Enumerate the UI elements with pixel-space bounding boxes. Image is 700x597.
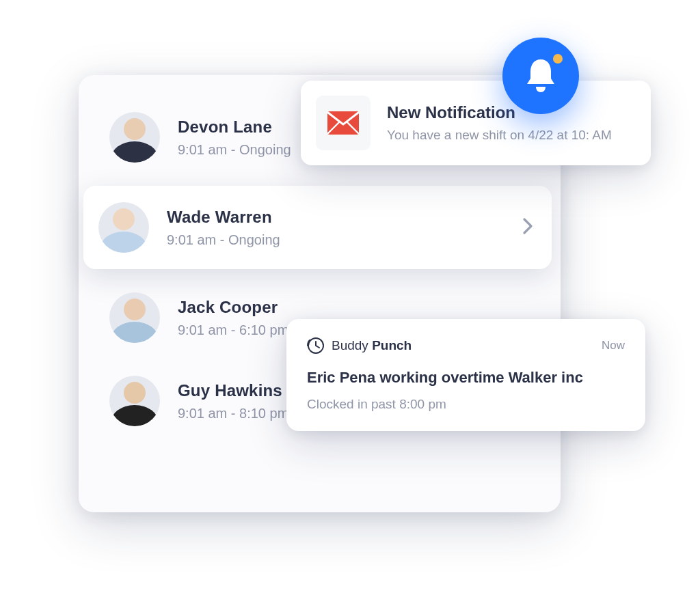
- push-title: Eric Pena working overtime Walker inc: [307, 367, 625, 389]
- bell-icon: [524, 57, 558, 95]
- employee-time: 9:01 am - 8:10 pm: [178, 406, 288, 421]
- notification-toast[interactable]: New Notification You have a new shift on…: [301, 81, 651, 165]
- notification-dot-icon: [553, 54, 563, 64]
- employee-time: 9:01 am - Ongoing: [167, 232, 280, 248]
- employee-time: 9:01 am - 6:10 pm: [178, 322, 288, 338]
- employee-name: Wade Warren: [167, 208, 280, 227]
- push-app-name-part-a: Buddy: [332, 338, 372, 352]
- notification-bell-button[interactable]: [502, 38, 579, 114]
- push-app-name-part-b: Punch: [372, 338, 412, 352]
- employee-name: Guy Hawkins: [178, 381, 288, 400]
- toast-body: You have a new shift on 4/22 at 10: AM: [387, 128, 612, 143]
- mail-icon: [316, 96, 371, 150]
- push-notification-card[interactable]: Buddy Punch Now Eric Pena working overti…: [286, 319, 645, 431]
- avatar: [109, 112, 160, 163]
- avatar: [109, 376, 160, 426]
- employee-time: 9:01 am - Ongoing: [178, 142, 291, 158]
- chevron-right-icon: [522, 217, 534, 238]
- clock-icon: [307, 337, 325, 355]
- push-app-label: Buddy Punch: [307, 337, 412, 355]
- toast-title: New Notification: [387, 103, 612, 122]
- employee-name: Devon Lane: [178, 117, 291, 137]
- list-item[interactable]: Wade Warren 9:01 am - Ongoing: [83, 186, 552, 269]
- push-detail: Clocked in past 8:00 pm: [307, 397, 625, 412]
- employee-name: Jack Cooper: [178, 298, 288, 317]
- push-timestamp: Now: [602, 339, 625, 352]
- avatar: [98, 202, 149, 253]
- avatar: [109, 292, 160, 343]
